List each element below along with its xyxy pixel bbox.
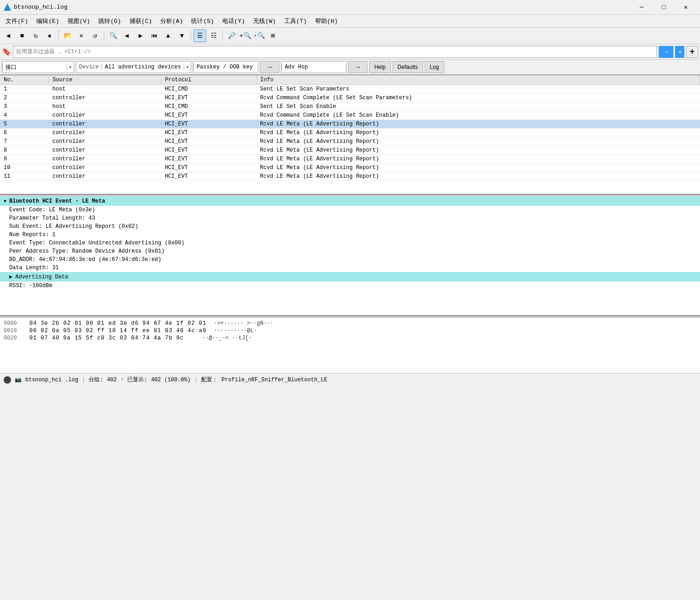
menu-item-s[interactable]: 统计(S) xyxy=(187,16,217,26)
scroll-down-btn[interactable]: ▼ xyxy=(175,29,188,42)
cell-protocol: HCI_EVT xyxy=(161,164,256,172)
menu-item-f[interactable]: 文件(F) xyxy=(2,16,32,26)
detail-view-btn[interactable]: ☷ xyxy=(207,29,220,42)
detail-row: Sub Event: LE Advertising Report (0x02) xyxy=(0,222,700,231)
log-button[interactable]: Log xyxy=(425,61,444,73)
col-protocol: Protocol xyxy=(161,75,256,85)
menu-item-v[interactable]: 视图(V) xyxy=(64,16,94,26)
window-title: btsnoop_hci.log xyxy=(14,4,68,11)
interface-field[interactable]: 接口 ▾ xyxy=(2,61,74,73)
prev-packet-btn[interactable]: ◀ xyxy=(120,29,133,42)
cell-no: 10 xyxy=(0,164,49,172)
bookmark-btn[interactable]: ◈ xyxy=(43,29,56,42)
table-row[interactable]: 5 controller HCI_EVT Rcvd LE Meta (LE Ad… xyxy=(0,120,700,129)
cell-no: 1 xyxy=(0,85,49,94)
detail-row: Num Reports: 1 xyxy=(0,231,700,239)
cell-no: 7 xyxy=(0,137,49,146)
bt-toolbar: 接口 ▾ Device All advertising devices ▾ Pa… xyxy=(0,60,700,75)
menu-item-a[interactable]: 分析(A) xyxy=(157,16,186,26)
bt-section-header[interactable]: ▼ Bluetooth HCI Event - LE Meta xyxy=(0,197,700,206)
help-button[interactable]: Help xyxy=(369,61,391,73)
device-dropdown-icon[interactable]: ▾ xyxy=(184,64,191,70)
section-title: Bluetooth HCI Event - LE Meta xyxy=(9,198,105,204)
menu-item-w[interactable]: 无线(W) xyxy=(249,16,279,26)
back-nav-btn[interactable]: ◀ xyxy=(2,29,15,42)
cell-no: 6 xyxy=(0,129,49,137)
filter-add-button[interactable]: + xyxy=(686,46,698,58)
menu-item-h[interactable]: 帮助(H) xyxy=(311,16,341,26)
menu-item-y[interactable]: 电话(Y) xyxy=(219,16,248,26)
section-toggle-icon: ▼ xyxy=(4,199,6,204)
cell-source: controller xyxy=(49,155,161,164)
passkey-arrow-button[interactable]: → xyxy=(260,61,279,73)
menu-item-c[interactable]: 捕获(C) xyxy=(126,16,156,26)
wireshark-icon xyxy=(4,4,11,11)
status-bar: 📷 btsnoop_hci .log | 分组: 402 • 已显示: 402 … xyxy=(0,373,700,386)
table-row[interactable]: 11 controller HCI_EVT Rcvd LE Meta (LE A… xyxy=(0,172,700,181)
col-source: Source xyxy=(49,75,161,85)
table-row[interactable]: 3 host HCI_CMD Sent LE Set Scan Enable xyxy=(0,102,700,111)
refresh-btn[interactable]: ↻ xyxy=(29,29,42,42)
capture-icon: 📷 xyxy=(15,376,22,383)
filter-apply-button[interactable]: → xyxy=(659,46,673,58)
adv-hop-field[interactable]: Adv Hop xyxy=(281,61,346,73)
first-packet-btn[interactable]: ⏮ xyxy=(148,29,161,42)
sub-section-label: Advertising Data xyxy=(15,274,68,280)
passkey-field[interactable]: Passkey / OOB key xyxy=(193,61,258,73)
device-field[interactable]: Device All advertising devices ▾ xyxy=(76,61,191,73)
hex-bytes: 04 3e 2b 02 01 00 01 ed 3e d6 94 67 4e 1… xyxy=(29,320,206,327)
reload-btn[interactable]: ↺ xyxy=(89,29,102,42)
adv-hop-arrow-button[interactable]: → xyxy=(348,61,367,73)
cell-no: 11 xyxy=(0,172,49,181)
cell-info: Sent LE Set Scan Parameters xyxy=(256,85,700,94)
table-row[interactable]: 4 controller HCI_EVT Rcvd Command Comple… xyxy=(0,111,700,120)
close-button[interactable]: ✕ xyxy=(675,0,696,15)
table-row[interactable]: 1 host HCI_CMD Sent LE Set Scan Paramete… xyxy=(0,85,700,94)
interface-label: 接口 xyxy=(2,63,67,71)
open-file-btn[interactable]: 📂 xyxy=(61,29,74,42)
window-controls: ─ □ ✕ xyxy=(631,0,696,15)
fit-btn[interactable]: ⊞ xyxy=(266,29,279,42)
interface-dropdown-icon[interactable]: ▾ xyxy=(67,64,73,70)
table-row[interactable]: 8 controller HCI_EVT Rcvd LE Meta (LE Ad… xyxy=(0,146,700,155)
zoom-reset-btn[interactable]: 🔎 xyxy=(225,29,238,42)
zoom-out-btn[interactable]: -🔍 xyxy=(253,29,265,42)
minimize-button[interactable]: ─ xyxy=(631,0,652,15)
passkey-label: Passkey / OOB key xyxy=(193,64,258,70)
filter-input[interactable] xyxy=(13,46,657,58)
table-row[interactable]: 6 controller HCI_EVT Rcvd LE Meta (LE Ad… xyxy=(0,129,700,137)
menu-bar: 文件(F)编辑(E)视图(V)跳转(G)捕获(C)分析(A)统计(S)电话(Y)… xyxy=(0,15,700,28)
filter-dropdown-button[interactable]: ▾ xyxy=(675,46,684,58)
toolbar: ◀ ■ ↻ ◈ 📂 ✕ ↺ 🔍 ◀ ▶ ⏮ ▲ ▼ ☰ ☷ 🔎 +🔍 -🔍 ⊞ xyxy=(0,28,700,44)
zoom-in-btn[interactable]: 🔍 xyxy=(107,29,119,42)
hex-panel[interactable]: 0000 04 3e 2b 02 01 00 01 ed 3e d6 94 67… xyxy=(0,318,700,373)
close-file-btn[interactable]: ✕ xyxy=(75,29,88,42)
next-packet-btn[interactable]: ▶ xyxy=(134,29,147,42)
cell-info: Rcvd LE Meta (LE Advertising Report) xyxy=(256,164,700,172)
list-view-btn[interactable]: ☰ xyxy=(193,29,206,42)
detail-panel[interactable]: ▼ Bluetooth HCI Event - LE Meta Event Co… xyxy=(0,197,700,316)
defaults-button[interactable]: Defaults xyxy=(393,61,423,73)
table-row[interactable]: 10 controller HCI_EVT Rcvd LE Meta (LE A… xyxy=(0,164,700,172)
cell-info: Rcvd LE Meta (LE Advertising Report) xyxy=(256,155,700,164)
cell-source: controller xyxy=(49,137,161,146)
maximize-button[interactable]: □ xyxy=(653,0,674,15)
cell-info: Rcvd Command Complete (LE Set Scan Enabl… xyxy=(256,111,700,120)
table-row[interactable]: 2 controller HCI_EVT Rcvd Command Comple… xyxy=(0,94,700,102)
table-row[interactable]: 7 controller HCI_EVT Rcvd LE Meta (LE Ad… xyxy=(0,137,700,146)
cell-protocol: HCI_EVT xyxy=(161,146,256,155)
stop-btn[interactable]: ■ xyxy=(16,29,28,42)
menu-item-e[interactable]: 编辑(E) xyxy=(33,16,62,26)
cell-info: Rcvd LE Meta (LE Advertising Report) xyxy=(256,137,700,146)
advertising-data-header[interactable]: ▶ Advertising Data xyxy=(0,272,700,282)
zoom-in2-btn[interactable]: +🔍 xyxy=(239,29,252,42)
detail-row: Event Code: LE Meta (0x3e) xyxy=(0,206,700,214)
table-row[interactable]: 9 controller HCI_EVT Rcvd LE Meta (LE Ad… xyxy=(0,155,700,164)
scroll-up-btn[interactable]: ▲ xyxy=(162,29,175,42)
menu-item-t[interactable]: 工具(T) xyxy=(281,16,310,26)
cell-protocol: HCI_CMD xyxy=(161,85,256,94)
cell-source: controller xyxy=(49,164,161,172)
packet-list[interactable]: No. Source Protocol Info 1 host HCI_CMD … xyxy=(0,75,700,195)
menu-item-g[interactable]: 跳转(G) xyxy=(95,16,124,26)
cell-protocol: HCI_EVT xyxy=(161,155,256,164)
